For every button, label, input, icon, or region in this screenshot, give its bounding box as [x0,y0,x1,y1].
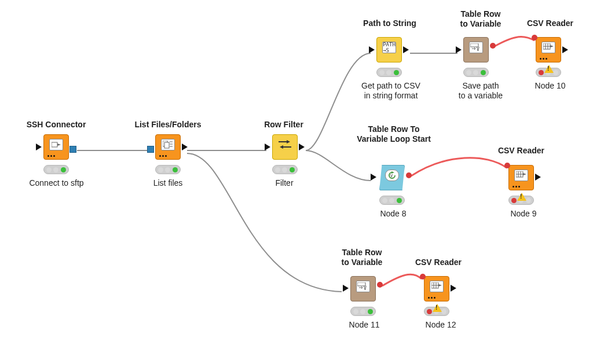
node-row-filter[interactable] [272,134,298,160]
node-title-loop-start: Table Row To Variable Loop Start [347,124,440,144]
node-row-to-variable-top[interactable]: V [463,37,489,62]
node-list-files[interactable] [155,134,181,160]
svg-text:V: V [364,286,367,291]
svg-text:V: V [477,47,479,52]
node-title-path-to-string: Path to String [352,19,427,28]
svg-rect-3 [164,142,169,148]
table-row-to-variable-icon: V [469,42,483,53]
node-title-csv-reader-12: CSV Reader [407,258,470,267]
ssh-connector-icon [49,139,63,150]
status-row-to-variable-top [463,68,489,77]
node-csv-reader-10[interactable] [536,37,561,62]
port-in [265,144,270,150]
port-out [299,144,305,150]
port-out-variable [490,43,496,49]
node-title-row-to-variable-top: Table Row to Variable [446,9,515,29]
csv-reader-icon [541,42,555,53]
node-title-row-to-variable-11: Table Row to Variable [327,248,397,267]
status-loop-start [379,196,405,205]
node-caption-row-to-variable-11: Node 11 [342,320,387,330]
node-caption-csv-reader-9: Node 9 [501,209,546,219]
csv-reader-icon [514,170,528,181]
svg-rect-0 [52,142,57,147]
svg-marker-31 [438,284,442,286]
node-loop-start[interactable]: V [379,165,405,190]
port-out-connection [69,146,76,153]
node-caption-loop-start: Node 8 [371,209,416,219]
node-title-csv-reader-10: CSV Reader [518,19,582,28]
port-in [369,46,375,53]
loop-start-icon: V [385,170,399,181]
port-in [371,174,376,181]
node-caption-row-to-variable-top: Save path to a variable [449,81,513,101]
port-out [403,46,409,53]
svg-marker-17 [550,45,554,47]
status-path-to-string [376,68,402,77]
port-out [182,144,188,150]
node-caption-csv-reader-10: Node 10 [530,81,570,91]
port-out-variable [406,172,412,178]
svg-marker-1 [57,144,61,146]
csv-reader-icon [430,281,444,292]
port-in-variable [420,274,426,280]
node-caption-path-to-string: Get path to CSV in string format [353,81,429,101]
node-title-csv-reader-9: CSV Reader [489,146,553,156]
port-out-variable [377,282,383,288]
node-path-to-string[interactable]: PATH→S [376,37,402,62]
status-ssh-connector [43,165,69,174]
port-in-connection [147,146,154,153]
port-in-variable [532,35,537,41]
workflow-canvas: SSH Connector Connect to sftp List Files… [0,0,593,364]
port-in [36,144,42,150]
warning-icon [517,193,526,201]
status-row-to-variable-11 [350,307,376,316]
svg-marker-24 [523,173,526,175]
warning-icon [433,304,442,312]
port-out [451,285,456,292]
port-in [343,285,349,292]
node-caption-list-files: List files [142,178,194,188]
status-row-filter [272,165,298,174]
node-csv-reader-9[interactable] [508,165,534,190]
status-list-files [155,165,181,174]
svg-text:V: V [390,174,393,178]
list-files-icon [161,139,175,150]
node-ssh-connector[interactable] [43,134,69,160]
port-in [456,46,462,53]
svg-marker-8 [287,140,290,144]
node-title-list-files: List Files/Folders [125,120,211,130]
node-title-ssh-connector: SSH Connector [19,120,94,130]
svg-marker-10 [280,145,283,149]
table-row-to-variable-icon: V [356,281,370,292]
node-caption-csv-reader-12: Node 12 [418,320,463,330]
row-filter-icon [277,138,293,152]
node-caption-ssh-connector: Connect to sftp [23,178,90,188]
node-title-row-filter: Row Filter [255,120,313,130]
warning-icon [544,65,554,73]
port-out [562,46,568,53]
port-in-variable [504,163,510,168]
node-row-to-variable-11[interactable]: V [350,276,376,302]
path-to-string-icon: PATH→S [382,42,396,53]
node-csv-reader-12[interactable] [424,276,449,302]
node-caption-row-filter: Filter [263,178,305,188]
port-out [535,174,541,181]
